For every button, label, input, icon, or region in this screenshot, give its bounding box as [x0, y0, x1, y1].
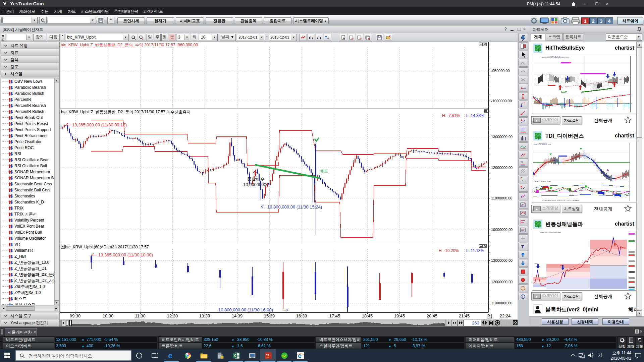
svg-text:14:39: 14:39 — [232, 313, 243, 318]
svg-text:돌팔매수: 돌팔매수 — [247, 177, 265, 182]
svg-text:13:39: 13:39 — [199, 313, 210, 318]
svg-text:13000000.00: 13000000.00 — [491, 258, 513, 262]
svg-text:R: R — [368, 37, 370, 40]
svg-text:17:45: 17:45 — [329, 313, 340, 318]
svg-text:12000000.00: 12000000.00 — [491, 166, 513, 170]
svg-text:!: ! — [313, 35, 314, 38]
svg-text:19:45: 19:45 — [394, 313, 405, 318]
svg-text:L: 14.33%: L: 14.33% — [466, 113, 484, 118]
svg-text:12:30: 12:30 — [167, 313, 178, 318]
svg-text:Traders Dynamic Index: Traders Dynamic Index — [534, 180, 551, 182]
svg-text:R: R — [352, 37, 354, 40]
svg-text:263: 263 — [472, 320, 479, 325]
svg-text:10:30: 10:30 — [103, 313, 114, 318]
svg-text:xxxxx xxxx HitTheBullsEye xxxx: xxxxx xxxx HitTheBullsEye xxxx xxxx — [542, 56, 570, 58]
svg-text:11:30: 11:30 — [135, 313, 146, 318]
svg-text:xxxx: xxxx — [535, 262, 539, 264]
svg-text:매도: 매도 — [320, 169, 328, 174]
svg-text:15:39: 15:39 — [264, 313, 275, 318]
svg-text:10000000.00: 10000000.00 — [491, 228, 513, 232]
svg-text:09:30: 09:30 — [70, 313, 81, 318]
svg-text:10,00000000: 10,00000000 — [243, 182, 269, 187]
svg-text:A: A — [521, 119, 523, 122]
svg-text:btc_KRW_Upbit Z_변동성돌팔_D2_문의_수익: btc_KRW_Upbit Z_변동성돌팔_D2_문의_수익 2017/11/3… — [61, 43, 198, 47]
svg-text:12000000.00: 12000000.00 — [491, 280, 513, 284]
svg-text:coin: coin — [266, 356, 269, 358]
svg-text:H: -10.20%: H: -10.20% — [439, 248, 459, 253]
svg-text:btc_KRW_Upbit(60분Data2 ) 2017/: btc_KRW_Upbit(60분Data2 ) 2017/11/30 17:5… — [65, 245, 149, 249]
svg-text:21:45: 21:45 — [459, 313, 470, 318]
svg-text:i: i — [522, 295, 523, 299]
svg-text:T: T — [521, 244, 524, 249]
svg-text:b: b — [343, 37, 345, 40]
svg-text:R: R — [360, 37, 362, 40]
svg-text:E: E — [521, 177, 523, 180]
svg-text:10,800,000.00 (11/30 15:24): 10,800,000.00 (11/30 15:24) — [267, 204, 322, 209]
svg-text:22:24: 22:24 — [500, 313, 511, 318]
svg-text:YZ: YZ — [282, 354, 286, 358]
svg-text:10,800,000.00 (11/30 16:00): 10,800,000.00 (11/30 16:00) — [218, 307, 273, 312]
svg-text:16:39: 16:39 — [296, 313, 307, 318]
svg-text:20:45: 20:45 — [427, 313, 438, 318]
svg-text:H: -7.61%: H: -7.61% — [442, 113, 460, 118]
svg-text:btc_KRW_Upbit Z_변동성돌팔_D2_문의 2: btc_KRW_Upbit Z_변동성돌팔_D2_문의 2017/11/30 1… — [61, 110, 191, 114]
svg-text:07:00 08:00 09:00 10:00 11: 07:00 08:00 09:00 10:00 11:00 12:00 13:0… — [542, 199, 579, 201]
svg-text:xxxx 8.787.000.00 xxxx: xxxx 8.787.000.00 xxxx — [534, 143, 551, 145]
svg-text:13,365,000.00 (11/30 10:00): 13,365,000.00 (11/30 10:00) — [98, 252, 153, 257]
svg-text:11000000.00: 11000000.00 — [491, 301, 512, 305]
svg-text:X: X — [233, 354, 236, 358]
svg-text:13,365,000.00 (11/30 09:12): 13,365,000.00 (11/30 09:12) — [72, 122, 127, 127]
svg-text:YT: YT — [266, 353, 269, 356]
svg-text:e: e — [298, 352, 302, 359]
svg-text:%: % — [521, 160, 523, 163]
svg-text:-1000000.00: -1000000.00 — [491, 99, 512, 103]
svg-text:-950000.00: -950000.00 — [491, 69, 510, 73]
svg-text:18:45: 18:45 — [362, 313, 373, 318]
svg-text:e: e — [168, 352, 172, 359]
svg-text:xxxxx xxxx Bloomberg xxxx: xxxxx xxxx Bloomberg xxxx — [540, 231, 561, 233]
svg-text:13000000.00: 13000000.00 — [491, 135, 513, 139]
svg-text:11000000.00: 11000000.00 — [491, 196, 512, 200]
svg-text:xxxx: xxxx — [560, 264, 564, 266]
svg-text:L: 11.13%: L: 11.13% — [466, 248, 484, 253]
